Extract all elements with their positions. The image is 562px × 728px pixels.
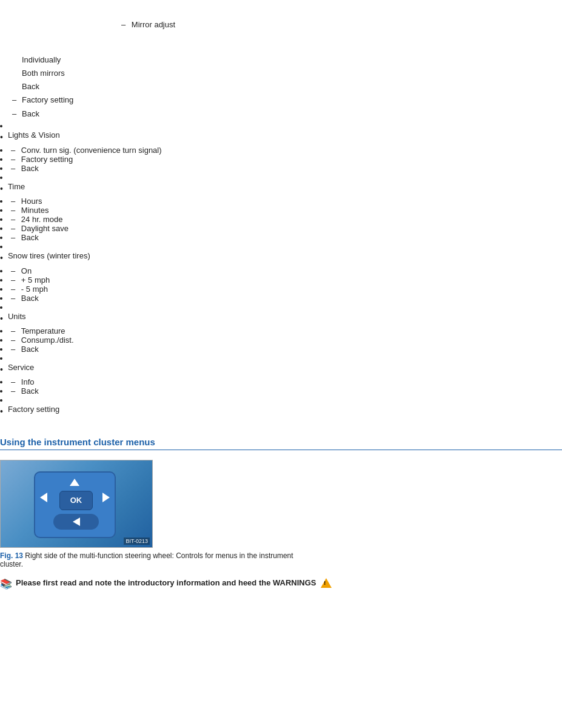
back1-label: Back (22, 82, 39, 91)
back6-label: Back (21, 345, 39, 354)
factory-setting1-label: Factory setting (22, 93, 73, 107)
sub-item-daylight: – Daylight save (0, 224, 562, 233)
warning-prefix: Please first read and note the introduct… (16, 578, 270, 587)
dash-icon15: – (11, 294, 15, 303)
sub-item-24hr: – 24 hr. mode (0, 215, 562, 224)
sub-item-dash: – Mirror adjust (121, 20, 526, 29)
sub-item-info: – Info (0, 377, 562, 386)
dash-icon8: – (11, 206, 15, 215)
lights-vision-label: Lights & Vision (8, 130, 60, 140)
back-arrow-icon (73, 517, 80, 526)
hours-label: Hours (21, 197, 42, 206)
sub-item-minutes: – Minutes (0, 206, 562, 215)
dash-icon10: – (11, 224, 15, 233)
factory-setting2-label: Factory setting (21, 155, 73, 164)
minutes-label: Minutes (21, 206, 49, 215)
minus5-label: - 5 mph (21, 285, 48, 294)
back5-label: Back (21, 294, 39, 303)
dash-icon: – (121, 20, 125, 29)
dash-icon4: – (11, 146, 15, 155)
time-label: Time (8, 182, 25, 191)
sub-item-back4: – Back (0, 233, 562, 242)
sub-item-back6: – Back (0, 345, 562, 354)
sub-item-on: – On (0, 266, 562, 275)
back2-label: Back (22, 107, 39, 121)
page-content: – Mirror adjust (0, 0, 562, 53)
24hr-label: 24 hr. mode (21, 215, 63, 224)
list-item-units: • Units (0, 303, 562, 325)
dash-icon6: – (11, 164, 15, 173)
figure-caption: Fig. 13 Right side of the multi-function… (0, 551, 303, 568)
dash-icon14: – (11, 285, 15, 294)
back3-label: Back (21, 164, 39, 173)
snow-tires-label: Snow tires (winter tires) (8, 251, 90, 260)
list-item-factory3: • Factory setting (0, 396, 562, 418)
indent-back1: Back (22, 80, 562, 93)
back4-label: Back (21, 233, 39, 242)
section-heading-text: Using the instrument cluster menus (0, 437, 155, 447)
dash-icon20: – (11, 386, 15, 396)
plus5-label: + 5 mph (21, 275, 50, 285)
book-icon: 📚 (0, 578, 12, 590)
figure-caption-body: Right side of the multi-function steerin… (0, 551, 293, 568)
figure-container: OK BIT-0213 Fig. 13 Right side of the mu… (0, 460, 562, 568)
dash-icon2: – (12, 93, 18, 107)
dash-icon5: – (11, 155, 15, 164)
bullet-lights: • Lights & Vision (0, 130, 562, 144)
dash-icon7: – (11, 197, 15, 206)
bullet-icon-lights: • (0, 130, 3, 144)
dash-icon13: – (11, 275, 15, 285)
dash-icon17: – (11, 335, 15, 345)
sub-item-factory2: – Factory setting (0, 155, 562, 164)
temperature-label: Temperature (21, 326, 65, 335)
list-item-time: • Time (0, 173, 562, 195)
units-label: Units (8, 312, 26, 321)
list-item-snow: • Snow tires (winter tires) (0, 242, 562, 265)
dash-icon18: – (11, 345, 15, 354)
figure-watermark: BIT-0213 (124, 538, 150, 545)
dash-icon9: – (11, 215, 15, 224)
ok-button: OK (59, 491, 93, 510)
bullet-snow: • Snow tires (winter tires) (0, 251, 562, 265)
on-label: On (21, 266, 32, 275)
figure-image: OK BIT-0213 (0, 460, 153, 548)
arrow-right-icon (102, 493, 110, 502)
warning-text: Please first read and note the introduct… (16, 578, 332, 588)
bullet-icon-factory3: • (0, 405, 3, 418)
section-heading: Using the instrument cluster menus (0, 437, 562, 450)
service-label: Service (8, 363, 34, 372)
sw-panel: OK (34, 471, 116, 538)
daylight-label: Daylight save (21, 224, 69, 233)
bullet-units: • Units (0, 312, 562, 325)
sub-item-consump: – Consump./dist. (0, 335, 562, 345)
bullet-icon-snow: • (0, 251, 3, 265)
bullet-icon-service: • (0, 363, 3, 376)
sub-item-minus5: – - 5 mph (0, 285, 562, 294)
sub-item-back3: – Back (0, 164, 562, 173)
arrow-up-icon (70, 479, 79, 486)
sub-item-hours: – Hours (0, 197, 562, 206)
dash-icon11: – (11, 233, 15, 242)
mirror-adjust-label: Mirror adjust (132, 20, 175, 29)
info-label: Info (21, 377, 35, 386)
sub-item-back7: – Back (0, 386, 562, 396)
list-item-lights: • Lights & Vision (0, 121, 562, 144)
factory-setting3-label: Factory setting (8, 405, 59, 414)
list-item-service: • Service (0, 354, 562, 376)
both-mirrors-label: Both mirrors (22, 69, 65, 78)
back7-label: Back (21, 386, 39, 396)
dash-icon12: – (11, 266, 15, 275)
conv-turn-label: Conv. turn sig. (convenience turn signal… (21, 146, 162, 155)
warning-box: 📚 Please first read and note the introdu… (0, 578, 562, 590)
warnings-word: WARNINGS (273, 578, 316, 587)
dash-icon3: – (12, 107, 18, 121)
sub-item-temperature: – Temperature (0, 326, 562, 335)
sub-item-conv-turn: – Conv. turn sig. (convenience turn sign… (0, 146, 562, 155)
steering-wheel-bg: OK BIT-0213 (1, 460, 152, 547)
figure-label: Fig. 13 (0, 551, 23, 560)
sub-item-back5: – Back (0, 294, 562, 303)
bullet-time: • Time (0, 182, 562, 195)
bullet-icon-units: • (0, 312, 3, 325)
bullet-icon-time: • (0, 182, 3, 195)
menu-list: – Mirror adjust (121, 20, 526, 29)
